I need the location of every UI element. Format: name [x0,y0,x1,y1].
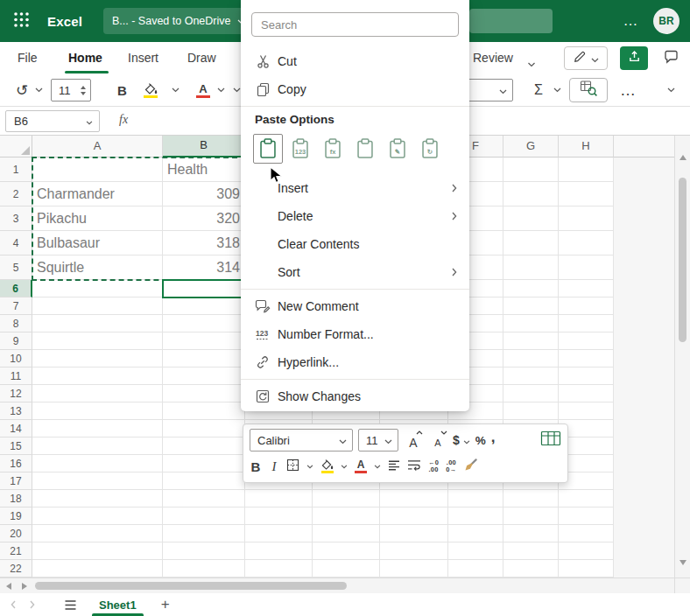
cell-E20[interactable] [380,525,448,542]
comma-format-button[interactable]: , [491,434,496,441]
cell-G13[interactable] [503,402,559,420]
add-sheet-button[interactable]: + [156,596,175,613]
row-header-13[interactable]: 13 [0,402,32,420]
cell-H8[interactable] [559,315,614,332]
cell-B8[interactable] [163,315,245,332]
fill-color-dropdown-icon[interactable] [172,74,180,106]
cell-F19[interactable] [448,508,503,525]
sheet-tab-sheet1[interactable]: Sheet1 [88,593,147,616]
cell-H20[interactable] [559,525,614,542]
cell-E22[interactable] [380,560,448,578]
cell-B14[interactable] [163,420,245,438]
row-header-17[interactable]: 17 [0,472,32,490]
scroll-right-icon[interactable] [22,583,27,590]
cell-D22[interactable] [313,560,380,578]
cell-H9[interactable] [559,332,614,350]
cell-C18[interactable] [245,490,313,508]
horizontal-scrollbar[interactable] [0,578,674,593]
wrap-text-button[interactable] [407,458,421,474]
cell-A17[interactable] [32,472,163,490]
cell-A15[interactable] [32,438,163,455]
cell-B21[interactable] [163,542,245,560]
decrease-font-size-button[interactable]: A [428,429,447,452]
cell-A8[interactable] [32,315,163,332]
font-color-button[interactable]: A [196,74,210,106]
cell-A4[interactable]: Bulbasaur [32,231,163,256]
tab-file[interactable]: File [18,42,38,74]
bold-button[interactable]: B [250,459,262,474]
all-sheets-icon[interactable] [65,600,76,610]
row-header-21[interactable]: 21 [0,542,32,560]
font-name-select[interactable]: Calibri [250,429,353,452]
font-size-select[interactable]: 11 [358,429,398,452]
select-all-corner[interactable] [0,136,32,158]
avatar[interactable]: BR [653,8,679,34]
fill-color-button[interactable] [320,459,334,473]
toolbar-more-button[interactable]: … [620,74,636,106]
cell-B3[interactable]: 320 [163,206,245,231]
row-header-20[interactable]: 20 [0,525,32,542]
cell-D21[interactable] [313,542,380,560]
paste-option-paste-values-button[interactable]: 123 [285,134,315,164]
cell-A9[interactable] [32,332,163,350]
cell-D19[interactable] [313,508,380,525]
fill-color-button[interactable] [144,74,158,106]
paste-option-paste-formatting-button[interactable] [350,134,380,164]
cell-G7[interactable] [503,298,559,315]
row-header-6[interactable]: 6 [0,280,32,298]
cell-F20[interactable] [448,525,503,542]
cell-A18[interactable] [32,490,163,508]
cell-H4[interactable] [559,231,614,256]
cell-H13[interactable] [559,402,614,420]
cell-H1[interactable] [559,158,614,182]
format-as-table-button[interactable] [540,430,561,450]
row-header-11[interactable]: 11 [0,368,32,385]
cell-B13[interactable] [163,402,245,420]
increase-font-size-button[interactable]: A [404,429,423,452]
row-header-19[interactable]: 19 [0,508,32,525]
cell-B11[interactable] [163,368,245,385]
autosum-button[interactable]: Σ [534,74,543,106]
borders-dropdown-icon[interactable] [306,465,313,469]
cell-C19[interactable] [245,508,313,525]
row-header-16[interactable]: 16 [0,455,32,472]
cell-G21[interactable] [503,542,559,560]
cell-A7[interactable] [32,298,163,315]
cell-A20[interactable] [32,525,163,542]
font-size-spinner[interactable]: 11 [51,79,91,102]
paste-option-paste-special-button[interactable]: ✎ [383,134,412,164]
prev-sheet-icon[interactable] [4,600,23,609]
cell-G4[interactable] [503,231,559,256]
scroll-down-icon[interactable] [679,560,686,565]
cell-B18[interactable] [163,490,245,508]
row-header-14[interactable]: 14 [0,420,32,438]
borders-button[interactable] [286,458,299,475]
menu-item-cut[interactable]: Cut [241,47,469,75]
row-header-10[interactable]: 10 [0,350,32,368]
menu-item-new-comment[interactable]: New Comment [241,292,469,320]
paste-option-paste-link-button[interactable]: ↻ [415,134,445,164]
comments-button[interactable] [657,46,685,70]
cell-F21[interactable] [448,542,503,560]
row-header-7[interactable]: 7 [0,298,32,315]
menu-item-delete[interactable]: Delete [241,202,469,230]
menu-item-sort[interactable]: Sort [241,258,469,286]
cell-G5[interactable] [503,256,559,280]
cell-H11[interactable] [559,368,614,385]
more-tabs-chevron-icon[interactable] [527,55,536,71]
accounting-format-button[interactable]: $ [453,432,470,448]
cell-B1[interactable]: Health [163,158,245,182]
cell-H19[interactable] [559,508,614,525]
cell-D20[interactable] [313,525,380,542]
scroll-left-icon[interactable] [6,583,11,590]
cell-B19[interactable] [163,508,245,525]
cell-G18[interactable] [503,490,559,508]
cell-A2[interactable]: Charmander [32,182,163,206]
cell-B20[interactable] [163,525,245,542]
search-bar[interactable] [469,9,553,33]
cell-H2[interactable] [559,182,614,206]
cell-H5[interactable] [559,256,614,280]
cell-A14[interactable] [32,420,163,438]
menu-item-show-changes[interactable]: Show Changes [241,382,469,410]
cell-G22[interactable] [503,560,559,578]
